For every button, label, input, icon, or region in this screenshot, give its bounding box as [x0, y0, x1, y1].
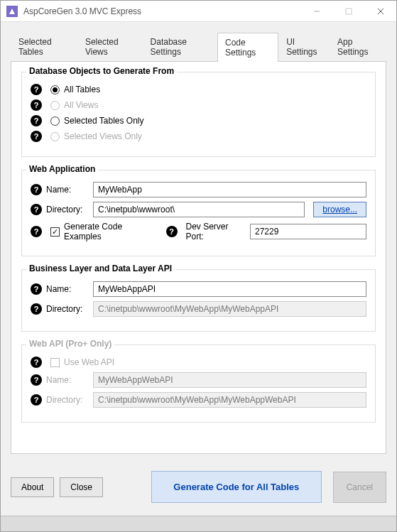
- help-icon[interactable]: ?: [31, 115, 42, 126]
- app-icon: [6, 6, 18, 17]
- radio-all-views: [50, 101, 60, 110]
- input-webapi-dir: [93, 392, 366, 408]
- footer: About Close Generate Code for All Tables…: [1, 464, 396, 516]
- content-area: Selected Tables Selected Views Database …: [1, 22, 396, 464]
- maximize-icon: [345, 8, 352, 15]
- tab-strip: Selected Tables Selected Views Database …: [11, 32, 386, 62]
- label-biz-dir: Directory:: [46, 304, 89, 314]
- tab-ui-settings[interactable]: UI Settings: [278, 32, 330, 61]
- checkbox-use-web-api: [50, 358, 60, 367]
- generate-button[interactable]: Generate Code for All Tables: [151, 471, 322, 503]
- help-icon[interactable]: ?: [31, 184, 42, 195]
- help-icon[interactable]: ?: [31, 99, 42, 111]
- maximize-button[interactable]: [332, 1, 364, 21]
- help-icon[interactable]: ?: [31, 226, 42, 237]
- group-title-web-api: Web API (Pro+ Only): [26, 339, 114, 349]
- input-webapi-name: [93, 372, 366, 388]
- label-selected-views: Selected Views Only: [64, 131, 142, 141]
- input-webapp-dir[interactable]: [93, 202, 305, 217]
- group-biz-layer: Business Layer and Data Layer API ? Name…: [21, 269, 376, 332]
- minimize-icon: [313, 8, 320, 15]
- close-icon: [377, 8, 384, 15]
- titlebar: AspCoreGen 3.0 MVC Express: [1, 1, 396, 22]
- group-title-web-app: Web Application: [26, 164, 98, 174]
- tab-app-settings[interactable]: App Settings: [330, 32, 386, 61]
- label-selected-tables: Selected Tables Only: [64, 116, 144, 126]
- help-icon[interactable]: ?: [31, 84, 42, 95]
- input-biz-name[interactable]: [93, 281, 366, 297]
- help-icon[interactable]: ?: [31, 283, 42, 295]
- help-icon[interactable]: ?: [166, 226, 178, 237]
- window-title: AspCoreGen 3.0 MVC Express: [23, 6, 300, 16]
- label-gen-examples: Generate Code Examples: [64, 222, 158, 241]
- tab-selected-tables[interactable]: Selected Tables: [11, 32, 77, 61]
- close-button[interactable]: Close: [60, 477, 103, 497]
- tab-panel-code-settings: Database Objects to Generate From ? All …: [11, 62, 386, 454]
- group-web-api: Web API (Pro+ Only) ? Use Web API ? Name…: [21, 344, 376, 423]
- radio-selected-tables[interactable]: [50, 116, 60, 126]
- label-use-web-api: Use Web API: [64, 357, 114, 367]
- label-all-views: All Views: [64, 100, 98, 110]
- help-icon[interactable]: ?: [31, 394, 42, 406]
- window-controls: [300, 1, 396, 21]
- checkbox-gen-examples[interactable]: [50, 227, 60, 237]
- group-web-app: Web Application ? Name: ? Directory: bro…: [21, 170, 376, 256]
- help-icon[interactable]: ?: [31, 204, 42, 215]
- label-webapi-dir: Directory:: [46, 395, 89, 405]
- tab-code-settings[interactable]: Code Settings: [217, 33, 278, 62]
- label-webapp-name: Name:: [46, 185, 89, 195]
- input-webapp-name[interactable]: [93, 182, 366, 197]
- label-dev-port: Dev Server Port:: [186, 222, 246, 241]
- label-webapp-dir: Directory:: [46, 205, 89, 215]
- group-title-db-objects: Database Objects to Generate From: [26, 66, 177, 76]
- tab-selected-views[interactable]: Selected Views: [77, 32, 143, 61]
- close-window-button[interactable]: [364, 1, 396, 21]
- cancel-button: Cancel: [333, 472, 386, 503]
- radio-selected-views: [50, 132, 60, 141]
- label-webapi-name: Name:: [46, 375, 89, 385]
- help-icon[interactable]: ?: [31, 303, 42, 315]
- label-biz-name: Name:: [46, 284, 89, 294]
- radio-all-tables[interactable]: [50, 85, 60, 94]
- group-db-objects: Database Objects to Generate From ? All …: [21, 72, 376, 157]
- statusbar: [1, 516, 396, 531]
- about-button[interactable]: About: [11, 477, 54, 497]
- svg-rect-1: [346, 9, 352, 14]
- input-dev-port[interactable]: [250, 224, 366, 239]
- help-icon[interactable]: ?: [31, 374, 42, 386]
- browse-button[interactable]: browse...: [313, 202, 366, 217]
- app-window: AspCoreGen 3.0 MVC Express Selected Tabl…: [0, 0, 397, 532]
- group-title-biz-layer: Business Layer and Data Layer API: [26, 264, 175, 273]
- help-icon[interactable]: ?: [31, 357, 42, 368]
- input-biz-dir: [93, 301, 366, 317]
- help-icon[interactable]: ?: [31, 131, 42, 142]
- tab-database-settings[interactable]: Database Settings: [143, 32, 217, 61]
- minimize-button[interactable]: [300, 1, 332, 21]
- label-all-tables: All Tables: [64, 85, 100, 94]
